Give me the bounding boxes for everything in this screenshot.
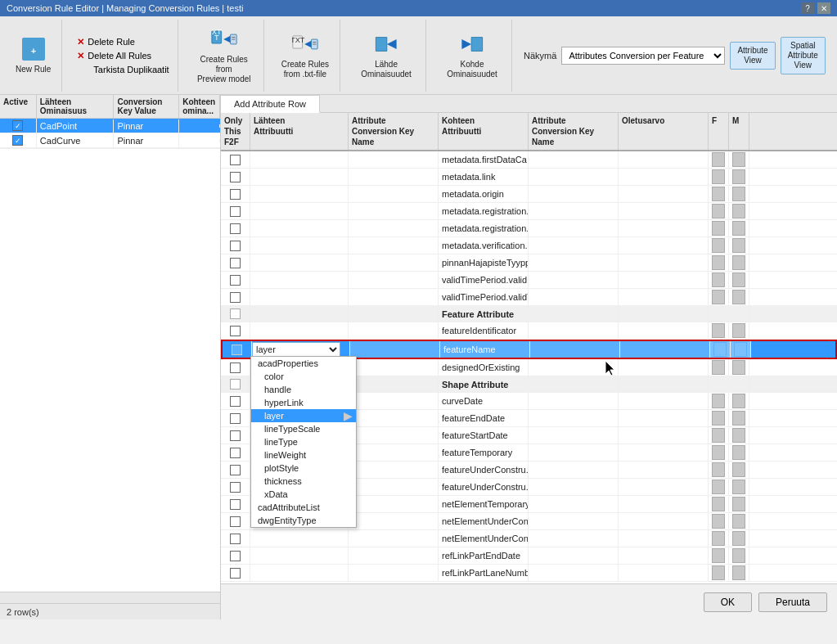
tarkista-item[interactable]: Tarkista Duplikaatit bbox=[74, 64, 172, 75]
add-attribute-row-tab[interactable]: Add Attribute Row bbox=[221, 95, 320, 113]
only-checkbox[interactable] bbox=[230, 465, 241, 475]
only-cell bbox=[221, 289, 250, 305]
grid-row[interactable]: metadata.verification... bbox=[221, 237, 837, 254]
f-cell bbox=[709, 496, 729, 512]
attr-conv2-cell bbox=[529, 220, 619, 236]
attr-conv-key-cell bbox=[349, 322, 439, 339]
lahteen-attr-cell[interactable]: layer bbox=[252, 341, 350, 358]
grid-container[interactable]: OnlyThisF2F LähteenAttribuutti Attribute… bbox=[221, 113, 837, 583]
only-checkbox[interactable] bbox=[230, 258, 241, 268]
grid-row[interactable]: pinnanHajapisteTyyppi bbox=[221, 254, 837, 272]
only-checkbox[interactable] bbox=[230, 482, 241, 493]
title-bar: Conversion Rule Editor | Managing Conver… bbox=[0, 0, 837, 16]
kohteen-attr-cell: pinnanHajapisteTyyppi bbox=[439, 254, 529, 271]
grid-row[interactable]: validTimePeriod.validTo bbox=[221, 289, 837, 306]
only-checkbox[interactable] bbox=[230, 292, 241, 303]
only-checkbox[interactable] bbox=[230, 534, 241, 544]
dropdown-item[interactable]: lineWeight bbox=[251, 448, 356, 462]
dropdown-item[interactable]: thickness bbox=[251, 475, 356, 488]
grid-row[interactable]: metadata.origin bbox=[221, 186, 837, 203]
only-checkbox[interactable] bbox=[230, 241, 241, 251]
attribute-view-button[interactable]: AttributeView bbox=[730, 42, 775, 70]
header-f: F bbox=[709, 113, 729, 150]
ok-button[interactable]: OK bbox=[704, 592, 752, 612]
grid-row[interactable]: netElementUnderCon... bbox=[221, 530, 837, 547]
only-checkbox[interactable] bbox=[230, 206, 241, 217]
grid-row[interactable]: metadata.registration... bbox=[221, 220, 837, 237]
dropdown-item[interactable]: acadProperties bbox=[251, 357, 356, 370]
kohteen-attr-cell: designedOrExisting bbox=[439, 359, 529, 376]
dropdown-item[interactable]: cadAttributeList bbox=[251, 501, 356, 514]
lahteen-attr-select[interactable]: layer bbox=[252, 342, 340, 357]
only-checkbox[interactable] bbox=[230, 516, 241, 527]
nakyma-select[interactable]: Attributes Conversion per Feature bbox=[561, 47, 725, 65]
only-checkbox[interactable] bbox=[230, 551, 241, 561]
create-from-preview-button[interactable]: T XT Create Rules fromPreview model bbox=[190, 22, 259, 88]
only-checkbox[interactable] bbox=[230, 363, 241, 373]
only-checkbox[interactable] bbox=[230, 189, 241, 200]
dropdown-item[interactable]: lineTypeScale bbox=[251, 422, 356, 435]
left-panel-row[interactable]: CadCurve Pinnar bbox=[0, 133, 220, 148]
f-cell bbox=[709, 254, 729, 271]
svg-marker-18 bbox=[471, 38, 482, 52]
only-checkbox[interactable] bbox=[230, 223, 241, 234]
dropdown-item[interactable]: color bbox=[251, 370, 356, 383]
attr-conv2-cell bbox=[529, 427, 619, 444]
only-checkbox[interactable] bbox=[230, 275, 241, 286]
only-checkbox[interactable] bbox=[230, 326, 241, 336]
attr-conv-key-cell bbox=[349, 444, 439, 461]
lahde-button[interactable]: Lähde Ominaisuudet bbox=[352, 27, 421, 83]
grid-row[interactable]: refLinkPartEndDate bbox=[221, 547, 837, 565]
header-oletus: Oletusarvo bbox=[619, 113, 709, 150]
kohteen-attr-cell: metadata.link bbox=[439, 169, 529, 185]
left-scroll[interactable] bbox=[0, 592, 220, 603]
active-checkbox[interactable] bbox=[12, 120, 23, 131]
only-checkbox[interactable] bbox=[230, 413, 241, 424]
close-button[interactable]: ✕ bbox=[817, 2, 830, 14]
cancel-button[interactable]: Peruuta bbox=[758, 592, 827, 612]
kohde-button[interactable]: Kohde Ominaisuudet bbox=[438, 27, 506, 83]
dropdown-item[interactable]: xData bbox=[251, 488, 356, 501]
m-cell bbox=[729, 513, 749, 529]
attr-conv2-cell bbox=[529, 479, 619, 495]
oletus-cell bbox=[619, 306, 709, 322]
delete-all-rules-item[interactable]: ✕ Delete All Rules bbox=[74, 50, 172, 62]
grid-row[interactable]: metadata.link bbox=[221, 169, 837, 186]
only-checkbox[interactable] bbox=[230, 172, 241, 182]
lahde-label: Lähde Ominaisuudet bbox=[358, 60, 415, 79]
dropdown-item[interactable]: hyperLink bbox=[251, 396, 356, 409]
grid-row[interactable]: refLinkPartLaneNumber... bbox=[221, 565, 837, 582]
lahteen-attr-cell bbox=[250, 289, 349, 305]
dropdown-item[interactable]: handle bbox=[251, 383, 356, 396]
attr-conv-key-cell bbox=[349, 410, 439, 426]
only-checkbox[interactable] bbox=[230, 568, 241, 579]
active-checkbox[interactable] bbox=[12, 135, 23, 146]
dropdown-item[interactable]: dwgEntityType bbox=[251, 514, 356, 527]
create-from-txt-button[interactable]: TXT Create Rulesfrom .txt-file bbox=[276, 27, 335, 83]
grid-row[interactable]: featureIdentificator bbox=[221, 322, 837, 340]
attr-conv-key-cell bbox=[349, 151, 439, 168]
dropdown-item[interactable]: plotStyle bbox=[251, 462, 356, 475]
nakyma-label: Näkymä bbox=[524, 51, 556, 61]
m-cell bbox=[729, 565, 749, 581]
spatial-attribute-view-button[interactable]: SpatialAttributeView bbox=[781, 37, 826, 74]
kohteen-attr-cell: Feature Attribute bbox=[439, 306, 529, 322]
grid-row[interactable]: metadata.registration... bbox=[221, 203, 837, 220]
attr-conv-key-cell bbox=[349, 254, 439, 271]
only-checkbox[interactable] bbox=[230, 499, 241, 510]
attr-conv2-cell bbox=[529, 359, 619, 376]
new-rule-button[interactable]: + New Rule bbox=[10, 32, 56, 79]
only-cell bbox=[221, 272, 250, 288]
left-panel-row[interactable]: CadPoint Pinnar bbox=[0, 119, 220, 133]
dropdown-item[interactable]: lineType bbox=[251, 435, 356, 448]
grid-row[interactable]: validTimePeriod.valid... bbox=[221, 272, 837, 289]
f-cell bbox=[709, 151, 729, 168]
only-checkbox[interactable] bbox=[230, 430, 241, 441]
grid-row[interactable]: metadata.firstDataCa... bbox=[221, 151, 837, 169]
help-button[interactable]: ? bbox=[801, 2, 814, 14]
dropdown-item-selected[interactable]: layer ▶ bbox=[251, 409, 356, 422]
only-checkbox[interactable] bbox=[230, 396, 241, 407]
only-checkbox[interactable] bbox=[230, 155, 241, 165]
delete-rule-item[interactable]: ✕ Delete Rule bbox=[74, 36, 172, 48]
only-checkbox[interactable] bbox=[230, 448, 241, 458]
